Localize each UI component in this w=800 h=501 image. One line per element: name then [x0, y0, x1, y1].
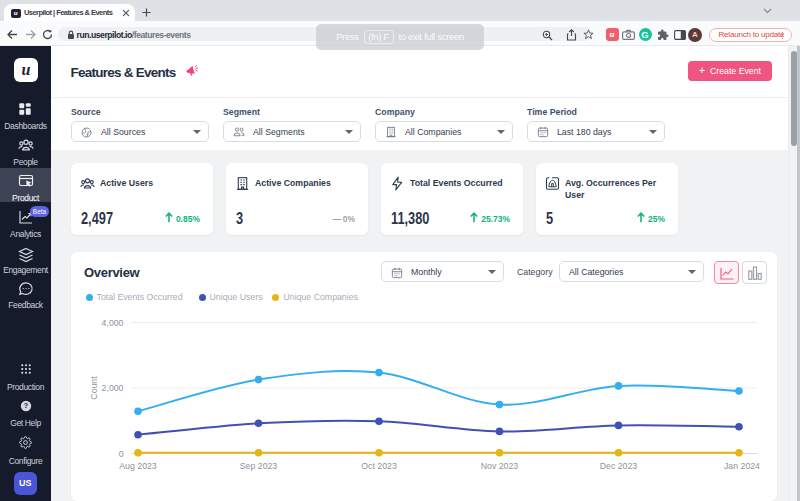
svg-text:Sep 2023: Sep 2023 [240, 461, 278, 471]
svg-text:2,000: 2,000 [102, 383, 124, 393]
svg-text:Aug 2023: Aug 2023 [119, 461, 157, 471]
svg-text:Nov 2023: Nov 2023 [481, 461, 519, 471]
svg-text:Dec 2023: Dec 2023 [600, 461, 638, 471]
svg-text:0: 0 [119, 449, 124, 459]
svg-text:Oct 2023: Oct 2023 [361, 461, 397, 471]
svg-text:?: ? [23, 401, 27, 410]
svg-text:Jan 2024: Jan 2024 [724, 461, 760, 471]
svg-text:4,000: 4,000 [102, 318, 124, 328]
svg-text:Count: Count [89, 376, 99, 400]
